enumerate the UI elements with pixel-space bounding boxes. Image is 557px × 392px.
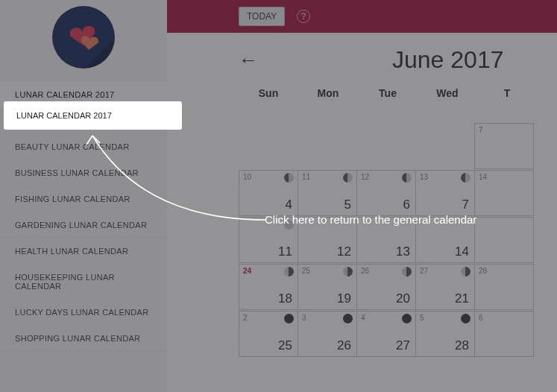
day-cell[interactable]: 115 [298,170,357,216]
sidebar: LUNAR CALENDAR 2017 COUPLES LUNAR CALEND… [0,0,167,392]
lunar-day: 14 [479,173,487,181]
weekday-label: T [477,83,537,104]
day-cell[interactable]: 126 [356,170,416,216]
weekday-label: Sun [239,83,298,104]
weekday-label: Wed [418,83,477,104]
day-cell[interactable]: 6 [474,311,534,357]
sidebar-item-business[interactable]: BUSINESS LUNAR CALENDAR [0,160,167,186]
gregorian-day: 13 [396,244,410,259]
moon-phase-icon [284,314,294,323]
help-icon[interactable]: ? [297,10,310,23]
sidebar-item-beauty[interactable]: BEAUTY LUNAR CALENDAR [0,134,167,160]
moon-phase-icon [284,173,294,183]
lunar-day: 12 [361,173,369,181]
day-cell[interactable]: 2620 [356,264,416,310]
sidebar-item-shopping[interactable]: SHOPPING LUNAR CALENDAR [0,326,167,352]
calendar-content: ← June 2017 SunMonTueWedT 71041151261371… [167,33,557,392]
day-cell[interactable]: 2418 [239,264,298,310]
moon-phase-icon [343,173,353,183]
weekday-label: Mon [298,83,358,104]
day-cell[interactable]: 7 [474,123,534,169]
month-title: June 2017 [392,46,503,74]
week-row: 2253264275286 [239,311,557,356]
day-cell[interactable]: 427 [356,311,416,357]
week-row: 10411512613714 [239,170,557,215]
moon-phase-icon [284,267,294,276]
lunar-day: 5 [420,314,424,322]
gregorian-day: 27 [396,338,410,353]
lunar-day: 11 [302,173,310,181]
lunar-day: 2 [243,314,248,322]
tour-spotlight[interactable]: LUNAR CALENDAR 2017 [5,103,180,128]
sidebar-item-housekeeping[interactable]: HOUSEKEEPING LUNAR CALENDAR [0,265,167,300]
moon-phase-icon [461,267,471,276]
day-cell[interactable]: 326 [298,311,357,357]
lunar-day: 26 [361,267,369,275]
gregorian-day: 12 [337,244,351,259]
gregorian-day: 26 [337,338,351,353]
sidebar-item-gardening[interactable]: GARDENING LUNAR CALENDAR [0,212,167,238]
gregorian-day: 20 [396,291,410,306]
weekday-row: SunMonTueWedT [239,83,557,104]
lunar-day: 4 [361,314,365,322]
gregorian-day: 25 [278,338,292,353]
logo-wrap [0,6,167,69]
moon-phase-icon [402,314,412,323]
week-row: 241825192620272128 [239,264,557,309]
lunar-day: 3 [302,314,306,322]
today-button[interactable]: TODAY [239,7,285,26]
moon-phase-icon [343,267,353,276]
tour-hint-text: Click here to return to the general cale… [265,213,476,226]
gregorian-day: 21 [455,291,469,306]
gregorian-day: 4 [286,197,292,212]
lunar-day: 13 [420,173,428,181]
moon-phase-icon [461,173,471,183]
calendar-header: ← June 2017 [239,46,557,74]
moon-phase-icon [461,314,471,323]
topbar: TODAY ? [167,0,557,33]
day-cell[interactable]: 528 [415,311,475,357]
gregorian-day: 11 [278,244,292,259]
sidebar-item-health[interactable]: HEALTH LUNAR CALENDAR [0,238,167,265]
day-cell[interactable]: 2519 [298,264,357,310]
day-cell[interactable]: 2721 [415,264,475,310]
tour-spotlight-label: LUNAR CALENDAR 2017 [5,103,180,128]
lunar-day: 28 [479,267,487,275]
gregorian-day: 5 [344,197,351,212]
lunar-day: 10 [243,173,251,181]
day-cell[interactable]: 104 [239,170,298,216]
gregorian-day: 28 [455,338,469,353]
moon-phase-icon [402,267,412,276]
moon-phase-icon [343,314,353,323]
gregorian-day: 7 [462,197,469,212]
lunar-day: 25 [302,267,310,275]
day-cell[interactable]: 225 [239,311,298,357]
calendar-grid: 7104115126137141112131424182519262027212… [239,123,557,356]
gregorian-day: 18 [278,291,292,306]
sidebar-item-fishing[interactable]: FISHING LUNAR CALENDAR [0,186,167,212]
gregorian-day: 19 [337,291,351,306]
lunar-day: 24 [243,267,251,275]
day-cell[interactable]: 28 [474,264,534,310]
week-row: 7 [239,123,557,168]
weekday-label: Tue [358,83,418,104]
gregorian-day: 6 [403,197,410,212]
lunar-day: 7 [479,126,483,134]
day-cell[interactable]: 14 [474,170,534,216]
moon-phase-icon [402,173,412,183]
day-cell[interactable] [474,217,534,263]
lunar-day: 27 [420,267,428,275]
lunar-day: 6 [479,314,483,322]
gregorian-day: 14 [455,244,469,259]
sidebar-item-lucky-days[interactable]: LUCKY DAYS LUNAR CALENDAR [0,300,167,326]
day-cell[interactable]: 137 [415,170,475,216]
hearts-logo [52,6,115,69]
main: TODAY ? ← June 2017 SunMonTueWedT 710411… [167,0,557,392]
app-root: LUNAR CALENDAR 2017 COUPLES LUNAR CALEND… [0,0,557,392]
prev-month-icon[interactable]: ← [239,48,258,72]
